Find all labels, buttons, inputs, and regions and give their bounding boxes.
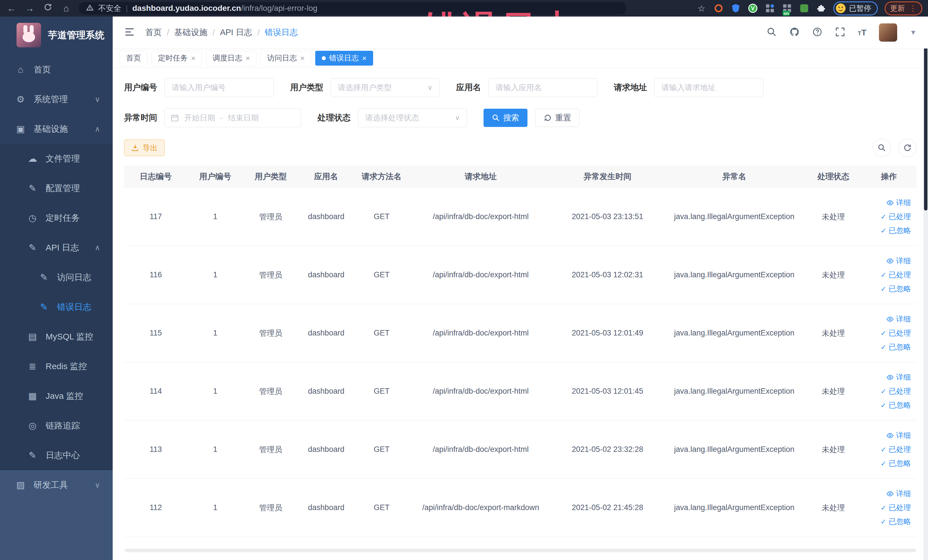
github-icon[interactable] bbox=[789, 27, 800, 38]
sidebar-item-错误日志[interactable]: ✎错误日志 bbox=[0, 292, 113, 322]
detail-link[interactable]: 详细 bbox=[886, 256, 911, 266]
sidebar-item-系统管理[interactable]: ⚙系统管理∨ bbox=[0, 84, 113, 114]
profile-paused-badge[interactable]: 已暂停 bbox=[833, 2, 878, 15]
sidebar-item-Java 监控[interactable]: ▦Java 监控 bbox=[0, 381, 113, 411]
mark-processed-link[interactable]: ✓ 已处理 bbox=[881, 212, 911, 222]
breadcrumb-item[interactable]: 基础设施 bbox=[174, 27, 208, 38]
sidebar-item-MySQL 监控[interactable]: ▤MySQL 监控 bbox=[0, 322, 113, 351]
app-name-input[interactable] bbox=[488, 78, 597, 97]
sidebar-item-链路追踪[interactable]: ◎链路追踪 bbox=[0, 411, 113, 441]
app-title: 芋道管理系统 bbox=[48, 29, 104, 42]
fullscreen-icon[interactable] bbox=[835, 27, 845, 38]
tab-调度日志[interactable]: 调度日志× bbox=[206, 51, 256, 66]
user-avatar[interactable] bbox=[879, 23, 897, 42]
cell-app-name: dashboard bbox=[298, 362, 354, 420]
tab-首页[interactable]: 首页 bbox=[119, 51, 148, 66]
address-bar[interactable]: 不安全 | dashboard.yudao.iocoder.cn/infra/l… bbox=[79, 2, 626, 15]
sidebar-item-label: 错误日志 bbox=[57, 301, 91, 313]
check-icon: ✓ bbox=[881, 518, 886, 526]
forward-icon[interactable]: → bbox=[24, 3, 35, 14]
sidebar-item-访问日志[interactable]: ✎访问日志 bbox=[0, 262, 113, 292]
mark-processed-link[interactable]: ✓ 已处理 bbox=[881, 444, 911, 455]
mark-processed-link[interactable]: ✓ 已处理 bbox=[881, 503, 911, 513]
home-button-icon[interactable]: ⌂ bbox=[61, 3, 72, 14]
extension-grid-icon[interactable] bbox=[765, 3, 775, 14]
close-tab-icon[interactable]: × bbox=[300, 55, 304, 62]
tab-定时任务[interactable]: 定时任务× bbox=[151, 51, 202, 66]
extension-shield-icon[interactable] bbox=[731, 3, 741, 14]
browser-menu-icon[interactable]: ⋮ bbox=[909, 4, 917, 13]
sidebar-item-基础设施[interactable]: ▣基础设施∧ bbox=[0, 114, 113, 144]
close-tab-icon[interactable]: × bbox=[246, 55, 250, 62]
sidebar-item-首页[interactable]: ⌂首页 bbox=[0, 55, 113, 84]
sidebar-item-文件管理[interactable]: ☁文件管理 bbox=[0, 144, 113, 174]
cell-exception-time: 2021-05-03 12:01:49 bbox=[552, 304, 663, 362]
cell-actions: 详细 ✓ 已处理 ✓ 已忽略 bbox=[861, 479, 916, 537]
extension-orange-icon[interactable] bbox=[713, 3, 724, 14]
mark-processed-link[interactable]: ✓ 已处理 bbox=[881, 270, 911, 280]
mark-processed-link[interactable]: ✓ 已处理 bbox=[881, 328, 911, 338]
close-tab-icon[interactable]: × bbox=[191, 55, 195, 62]
detail-link[interactable]: 详细 bbox=[886, 489, 911, 499]
help-icon[interactable] bbox=[812, 27, 823, 38]
sidebar-item-配置管理[interactable]: ✎配置管理 bbox=[0, 174, 113, 203]
search-icon[interactable] bbox=[766, 27, 777, 38]
sidebar-item-日志中心[interactable]: ✎日志中心 bbox=[0, 441, 113, 470]
font-size-icon[interactable]: TT bbox=[858, 27, 867, 37]
mark-ignored-link[interactable]: ✓ 已忽略 bbox=[881, 400, 911, 410]
bookmark-star-icon[interactable]: ☆ bbox=[696, 3, 707, 14]
breadcrumb-item[interactable]: 首页 bbox=[145, 27, 162, 38]
select-placeholder: 请选择用户类型 bbox=[338, 82, 392, 93]
filter-process-status: 处理状态 请选择处理状态 ∨ bbox=[317, 108, 467, 127]
sidebar-item-label: Redis 监控 bbox=[46, 360, 87, 372]
detail-link[interactable]: 详细 bbox=[886, 314, 911, 324]
sidebar-item-label: 系统管理 bbox=[34, 93, 68, 105]
close-tab-icon[interactable]: × bbox=[362, 55, 366, 62]
scrollbar-thumb[interactable] bbox=[924, 34, 927, 211]
mark-ignored-link[interactable]: ✓ 已忽略 bbox=[881, 342, 911, 352]
cell-log-id: 113 bbox=[124, 421, 188, 478]
tab-错误日志[interactable]: 错误日志× bbox=[315, 51, 373, 66]
user-menu-caret-icon[interactable]: ▼ bbox=[910, 29, 917, 37]
collapse-sidebar-icon[interactable] bbox=[124, 26, 135, 38]
process-status-select[interactable]: 请选择处理状态 ∨ bbox=[358, 108, 467, 127]
search-toggle-button[interactable] bbox=[873, 139, 891, 157]
extension-on-badge-icon[interactable]: on bbox=[782, 3, 792, 14]
mark-ignored-link[interactable]: ✓ 已忽略 bbox=[881, 226, 911, 236]
cell-status: 未处理 bbox=[806, 479, 861, 537]
user-id-input[interactable] bbox=[165, 78, 273, 97]
tab-label: 访问日志 bbox=[267, 53, 297, 63]
date-range-picker[interactable]: 开始日期 - 结束日期 bbox=[165, 108, 301, 127]
mark-ignored-link[interactable]: ✓ 已忽略 bbox=[881, 458, 911, 468]
breadcrumb-item[interactable]: API 日志 bbox=[220, 27, 252, 38]
extension-green-check-icon[interactable]: V bbox=[748, 3, 758, 14]
mark-ignored-link[interactable]: ✓ 已忽略 bbox=[881, 517, 911, 526]
sidebar-item-API 日志[interactable]: ✎API 日志∧ bbox=[0, 233, 113, 262]
back-icon[interactable]: ← bbox=[6, 3, 17, 14]
horizontal-scrollbar[interactable] bbox=[125, 549, 916, 552]
breadcrumb-item[interactable]: 错误日志 bbox=[265, 27, 298, 38]
refresh-button[interactable] bbox=[898, 139, 917, 157]
search-button[interactable]: 搜索 bbox=[484, 109, 528, 127]
sidebar-item-定时任务[interactable]: ◷定时任务 bbox=[0, 203, 113, 233]
browser-update-button[interactable]: 更新 ⋮ bbox=[885, 2, 922, 15]
mark-ignored-link[interactable]: ✓ 已忽略 bbox=[881, 284, 911, 294]
extensions-puzzle-icon[interactable] bbox=[816, 3, 826, 14]
sidebar-item-Redis 监控[interactable]: ≣Redis 监控 bbox=[0, 351, 113, 381]
page-url[interactable]: dashboard.yudao.iocoder.cn/infra/log/api… bbox=[132, 4, 317, 13]
detail-link[interactable]: 详细 bbox=[886, 372, 911, 382]
sidebar-item-研发工具[interactable]: ▨研发工具∨ bbox=[0, 470, 113, 500]
export-button[interactable]: 导出 bbox=[124, 139, 165, 156]
request-url-input[interactable] bbox=[655, 78, 763, 97]
security-label[interactable]: 不安全 bbox=[98, 3, 121, 14]
user-type-select[interactable]: 请选择用户类型 ∨ bbox=[331, 78, 440, 97]
reset-button[interactable]: 重置 bbox=[536, 109, 579, 127]
vertical-scrollbar[interactable] bbox=[923, 17, 928, 560]
topbar-icons: TT ▼ bbox=[766, 23, 917, 42]
reload-icon[interactable] bbox=[42, 3, 53, 14]
detail-link[interactable]: 详细 bbox=[886, 198, 911, 208]
tab-访问日志[interactable]: 访问日志× bbox=[261, 51, 311, 66]
detail-link[interactable]: 详细 bbox=[886, 430, 911, 441]
mark-processed-link[interactable]: ✓ 已处理 bbox=[881, 386, 911, 396]
extension-leaf-icon[interactable] bbox=[799, 3, 809, 14]
